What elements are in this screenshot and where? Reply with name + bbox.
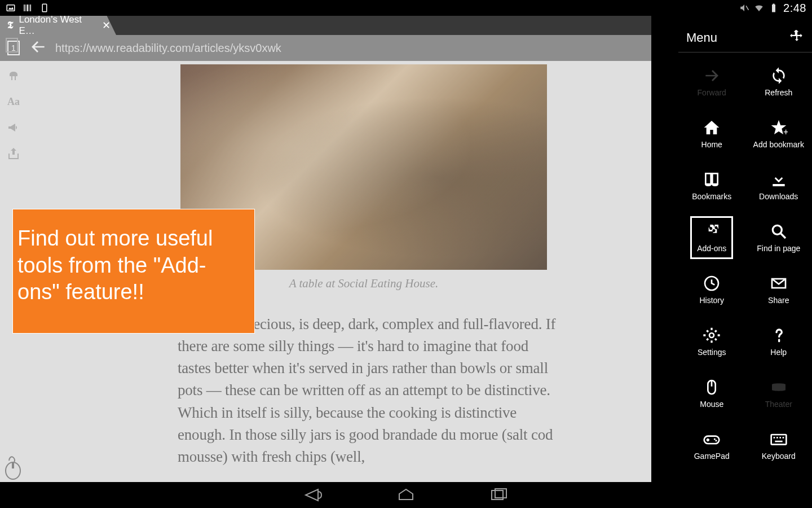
menu-item-label: Home <box>701 140 722 149</box>
menu-item-label: Keyboard <box>762 452 796 461</box>
menu-item-refresh[interactable]: Refresh <box>745 56 813 108</box>
menu-item-label: Theater <box>765 400 792 409</box>
mail-icon <box>770 274 788 292</box>
svg-rect-9 <box>772 5 775 12</box>
article-paragraph: , not at all precious, is deep, dark, co… <box>178 313 561 468</box>
search-icon <box>770 222 788 240</box>
back-button[interactable] <box>29 38 47 58</box>
browser-menu-panel: Menu ForwardRefreshHome+Add bookmarkBook… <box>678 24 812 482</box>
gear-icon <box>703 326 721 344</box>
menu-grid: ForwardRefreshHome+Add bookmarkBookmarks… <box>678 52 812 471</box>
menu-item-history[interactable]: History <box>678 264 745 316</box>
svg-point-18 <box>709 333 714 338</box>
svg-rect-12 <box>12 463 14 468</box>
menu-header: Menu <box>678 24 812 52</box>
android-nav-bar <box>0 482 812 508</box>
svg-rect-4 <box>27 5 28 11</box>
svg-rect-10 <box>773 4 775 5</box>
menu-item-downloads[interactable]: Downloads <box>745 160 813 212</box>
menu-item-share[interactable]: Share <box>745 264 813 316</box>
menu-item-help[interactable]: Help <box>745 316 813 367</box>
svg-rect-26 <box>776 437 778 439</box>
android-status-bar: 2:48 <box>0 0 812 16</box>
svg-rect-2 <box>24 5 25 11</box>
menu-item-label: Downloads <box>759 192 798 201</box>
nav-home-button[interactable] <box>396 487 416 503</box>
tabs-button[interactable]: 1 <box>6 38 21 58</box>
forward-icon <box>703 67 721 85</box>
menu-item-label: Add bookmark <box>753 140 804 149</box>
svg-rect-21 <box>704 436 720 444</box>
clock-icon <box>703 274 721 292</box>
menu-item-forward[interactable]: Forward <box>678 56 745 108</box>
menu-item-mouse[interactable]: Mouse <box>678 367 745 419</box>
nav-back-button[interactable] <box>302 487 323 503</box>
font-size-icon[interactable]: Aa <box>7 95 20 108</box>
menu-item-keyboard[interactable]: Keyboard <box>745 419 813 471</box>
menu-item-add-bookmark[interactable]: +Add bookmark <box>745 108 813 160</box>
svg-text:+: + <box>783 127 788 137</box>
mouse-widget[interactable] <box>3 455 23 480</box>
mouse-icon <box>703 378 721 396</box>
move-icon[interactable] <box>789 29 804 47</box>
svg-rect-27 <box>779 437 781 439</box>
refresh-icon <box>770 67 788 85</box>
menu-item-label: Forward <box>698 88 726 97</box>
menu-item-label: Mouse <box>700 400 723 409</box>
nyt-favicon: 𝕿 <box>6 21 14 30</box>
svg-point-22 <box>714 438 716 440</box>
menu-item-label: Help <box>770 348 787 357</box>
browser-tab[interactable]: 𝕿 London's West E… ✕ <box>0 16 116 35</box>
wifi-icon <box>754 3 764 13</box>
device-notification-icon <box>39 3 50 13</box>
svg-rect-24 <box>771 435 786 444</box>
svg-point-14 <box>773 225 782 234</box>
theater-icon <box>770 378 788 396</box>
menu-item-label: History <box>699 296 724 305</box>
menu-item-label: Refresh <box>765 88 792 97</box>
export-icon[interactable] <box>7 147 20 160</box>
tutorial-callout: Find out more useful tools from the "Add… <box>12 209 255 334</box>
nav-recents-button[interactable] <box>489 487 510 503</box>
status-left-icons <box>6 3 50 13</box>
puzzle-icon <box>703 222 721 240</box>
menu-item-label: Find in page <box>757 244 800 253</box>
menu-item-find-in-page[interactable]: Find in page <box>745 212 813 264</box>
menu-item-label: Settings <box>698 348 726 357</box>
svg-rect-5 <box>29 5 29 11</box>
svg-rect-29 <box>775 441 782 443</box>
home-icon <box>703 119 721 137</box>
readability-chair-icon[interactable] <box>7 69 20 82</box>
status-right-icons: 2:48 <box>739 2 806 15</box>
svg-rect-3 <box>25 5 26 11</box>
url-input[interactable]: https://www.readability.com/articles/yks… <box>55 42 281 55</box>
gamepad-icon <box>703 430 721 448</box>
svg-rect-25 <box>773 437 775 439</box>
svg-line-15 <box>781 234 785 238</box>
menu-item-bookmarks[interactable]: Bookmarks <box>678 160 745 212</box>
callout-text: Find out more useful tools from the "Add… <box>17 226 213 304</box>
status-clock: 2:48 <box>783 2 806 15</box>
reader-sidebar: Aa <box>0 61 27 160</box>
download-icon <box>770 170 788 189</box>
menu-item-settings[interactable]: Settings <box>678 316 745 367</box>
tab-title: London's West E… <box>19 14 98 37</box>
image-notification-icon <box>6 3 16 13</box>
browser-url-bar: 1 https://www.readability.com/articles/y… <box>0 35 651 61</box>
megaphone-icon[interactable] <box>7 121 20 134</box>
menu-item-gamepad[interactable]: GamePad <box>678 419 745 471</box>
menu-item-label: Bookmarks <box>692 192 731 201</box>
tab-close-button[interactable]: ✕ <box>102 19 111 32</box>
mute-icon <box>739 3 749 13</box>
svg-rect-28 <box>782 437 784 439</box>
menu-item-label: Add-ons <box>697 244 726 253</box>
battery-icon <box>769 3 779 13</box>
menu-item-label: Share <box>768 296 789 305</box>
menu-item-label: GamePad <box>694 452 730 461</box>
svg-marker-1 <box>8 7 14 10</box>
menu-item-theater[interactable]: Theater <box>745 367 813 419</box>
menu-item-add-ons[interactable]: Add-ons <box>687 213 736 262</box>
star-plus-icon: + <box>770 119 788 137</box>
menu-item-home[interactable]: Home <box>678 108 745 160</box>
svg-line-8 <box>746 6 749 10</box>
